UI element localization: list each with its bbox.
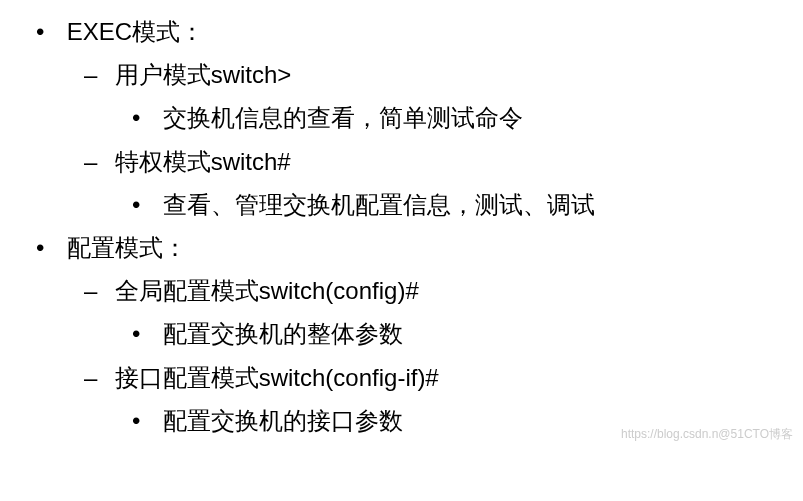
sublist: 配置交换机的整体参数 [108,312,783,355]
list-item: 特权模式switch# 查看、管理交换机配置信息，测试、调试 [108,140,783,226]
item-text: 配置模式： [67,234,187,261]
item-text: 配置交换机的整体参数 [163,320,403,347]
sublist: 查看、管理交换机配置信息，测试、调试 [108,183,783,226]
item-text: 配置交换机的接口参数 [163,407,403,434]
item-text: 接口配置模式switch(config-if)# [115,364,439,391]
list-item: 全局配置模式switch(config)# 配置交换机的整体参数 [108,269,783,355]
list-item: 查看、管理交换机配置信息，测试、调试 [156,183,783,226]
list-item: EXEC模式： 用户模式switch> 交换机信息的查看，简单测试命令 特权模式… [60,10,783,226]
item-text: 用户模式switch> [115,61,292,88]
list-item: 用户模式switch> 交换机信息的查看，简单测试命令 [108,53,783,139]
sublist: 全局配置模式switch(config)# 配置交换机的整体参数 接口配置模式s… [60,269,783,442]
list-item: 配置交换机的整体参数 [156,312,783,355]
sublist: 交换机信息的查看，简单测试命令 [108,96,783,139]
watermark-text: https://blog.csdn.n@51CTO博客 [621,424,793,446]
item-text: 特权模式switch# [115,148,291,175]
outline-list: EXEC模式： 用户模式switch> 交换机信息的查看，简单测试命令 特权模式… [20,10,783,442]
item-text: 查看、管理交换机配置信息，测试、调试 [163,191,595,218]
item-text: 交换机信息的查看，简单测试命令 [163,104,523,131]
item-text: 全局配置模式switch(config)# [115,277,419,304]
list-item: 配置模式： 全局配置模式switch(config)# 配置交换机的整体参数 接… [60,226,783,442]
item-text: EXEC模式： [67,18,204,45]
list-item: 交换机信息的查看，简单测试命令 [156,96,783,139]
sublist: 用户模式switch> 交换机信息的查看，简单测试命令 特权模式switch# … [60,53,783,226]
